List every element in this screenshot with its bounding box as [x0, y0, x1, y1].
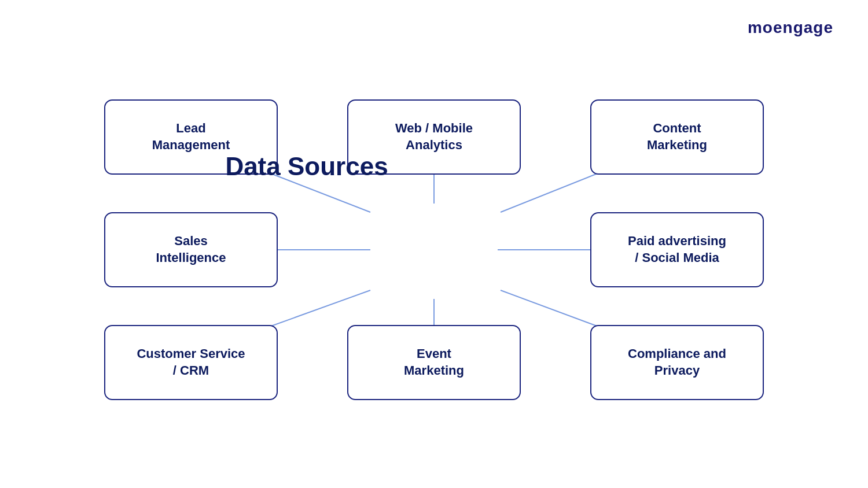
compliance-privacy-label: Compliance andPrivacy: [628, 346, 726, 379]
moengage-logo: moengage: [748, 19, 833, 37]
event-marketing-label: EventMarketing: [404, 346, 464, 379]
customer-service-label: Customer Service/ CRM: [137, 346, 245, 379]
box-compliance-privacy: Compliance andPrivacy: [590, 325, 764, 400]
web-mobile-analytics-label: Web / MobileAnalytics: [395, 120, 473, 153]
box-customer-service: Customer Service/ CRM: [104, 325, 278, 400]
paid-advertising-label: Paid advertising/ Social Media: [628, 233, 726, 266]
svg-line-6: [501, 172, 602, 212]
diagram-grid: LeadManagement SalesIntelligence Custome…: [87, 82, 781, 417]
svg-line-7: [501, 290, 602, 328]
box-event-marketing: EventMarketing: [347, 325, 521, 400]
content-marketing-label: ContentMarketing: [647, 120, 707, 153]
center-data-sources: Data Sources: [179, 151, 434, 250]
svg-line-5: [266, 290, 370, 328]
box-paid-advertising: Paid advertising/ Social Media: [590, 212, 764, 287]
lead-management-label: LeadManagement: [152, 120, 230, 153]
diagram-container: LeadManagement SalesIntelligence Custome…: [69, 58, 799, 442]
data-sources-label: Data Sources: [225, 152, 388, 180]
box-content-marketing: ContentMarketing: [590, 99, 764, 175]
